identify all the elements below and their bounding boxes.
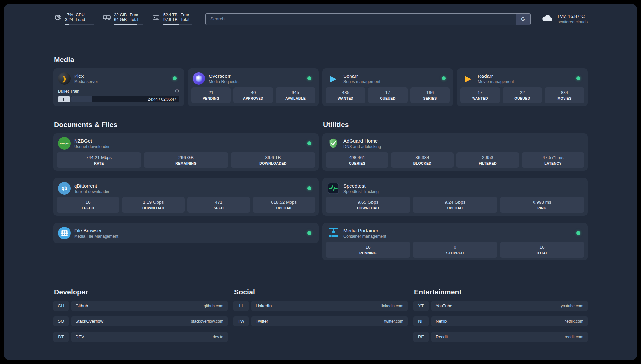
stat-upload: 9.24 Gbps UPLOAD bbox=[413, 197, 497, 213]
media-section-title: Media bbox=[54, 56, 588, 64]
bookmark-youtube[interactable]: YT YouTube youtube.com bbox=[413, 301, 588, 311]
service-name: Media Portainer bbox=[343, 228, 386, 234]
sonarr-icon: ▶ bbox=[327, 72, 340, 85]
service-name: qBittorrent bbox=[74, 183, 109, 189]
service-card-radarr[interactable]: ▶ Radarr Movie management 17 WANTED 22 Q… bbox=[457, 68, 588, 106]
service-name: Plex bbox=[74, 73, 98, 79]
stat-filtered: 2,953 FILTERED bbox=[456, 152, 519, 168]
seek-bar[interactable]: 24:44 / 02:06:47 bbox=[71, 96, 179, 102]
service-description: Container management bbox=[343, 234, 386, 239]
stat-download: 1.19 Gbps DOWNLOAD bbox=[122, 197, 185, 213]
qbittorrent-icon: qb bbox=[58, 182, 71, 195]
status-dot bbox=[307, 141, 311, 145]
stat-series: 196 SERIES bbox=[410, 87, 450, 103]
cpu-widget: 7% 3.24 CPU Load bbox=[53, 13, 94, 25]
stat-queued: 22 QUEUED bbox=[503, 87, 542, 103]
bookmark-linkedin[interactable]: LI LinkedIn linkedin.com bbox=[233, 301, 408, 311]
bookmark-name: Netflix bbox=[436, 319, 447, 324]
memory-total-label: Total bbox=[130, 17, 138, 22]
stat-approved: 40 APPROVED bbox=[233, 87, 273, 103]
bookmark-url: twitter.com bbox=[384, 319, 403, 324]
search-input[interactable] bbox=[205, 13, 531, 25]
filebrowser-icon bbox=[58, 227, 71, 239]
bookmark-twitter[interactable]: TW Twitter twitter.com bbox=[233, 316, 408, 326]
bookmark-dev[interactable]: DT DEV dev.to bbox=[53, 332, 228, 342]
stat-latency: 47.571 ms LATENCY bbox=[522, 152, 584, 168]
cloud-icon bbox=[541, 14, 554, 24]
bookmark-name: StackOverflow bbox=[76, 319, 103, 324]
status-dot bbox=[576, 76, 580, 80]
disk-icon bbox=[152, 13, 160, 22]
disk-free-label: Free bbox=[181, 13, 189, 17]
status-dot bbox=[307, 231, 311, 235]
service-card-sonarr[interactable]: ▶ Sonarr Series management 485 WANTED 17… bbox=[322, 68, 453, 106]
section-documents: Documents & Files nzbget NZBGet Usenet d… bbox=[53, 121, 319, 268]
bookmark-abbr: RE bbox=[413, 332, 429, 342]
service-card-plex[interactable]: ❯ Plex Media server Bullet Train ⚙ bbox=[53, 68, 184, 106]
bookmark-netflix[interactable]: NF Netflix netflix.com bbox=[413, 316, 588, 326]
service-description: Media server bbox=[74, 79, 98, 84]
stat-queued: 17 QUEUED bbox=[368, 87, 408, 103]
service-description: Media File Management bbox=[74, 234, 118, 239]
plex-icon: ❯ bbox=[58, 72, 71, 85]
bookmark-github[interactable]: GH Github github.com bbox=[53, 301, 228, 311]
status-dot bbox=[576, 231, 580, 235]
stat-wanted: 17 WANTED bbox=[460, 87, 500, 103]
service-name: Overseerr bbox=[209, 73, 238, 79]
status-dot bbox=[307, 186, 311, 190]
disk-total-value: 97.9 TB bbox=[163, 17, 178, 22]
documents-section-title: Documents & Files bbox=[54, 121, 319, 129]
service-card-filebrowser[interactable]: File Browser Media File Management bbox=[53, 223, 319, 243]
service-description: Speedtest Tracking bbox=[343, 189, 379, 194]
search: G bbox=[205, 13, 531, 25]
service-card-overseerr[interactable]: Overseerr Media Requests 21 PENDING 40 A… bbox=[188, 68, 319, 106]
service-card-speedtest[interactable]: Speedtest Speedtest Tracking 9.65 Gbps D… bbox=[322, 178, 588, 216]
section-developer: Developer GH Github github.com SO StackO… bbox=[53, 288, 228, 347]
section-utilities: Utilities AdGuard Home DNS and adblockin… bbox=[322, 121, 588, 268]
cpu-progress-bar bbox=[65, 24, 94, 25]
bookmark-stackoverflow[interactable]: SO StackOverflow stackoverflow.com bbox=[53, 316, 228, 326]
stat-running: 16 RUNNING bbox=[326, 242, 410, 258]
adguard-icon bbox=[327, 137, 340, 150]
stat-downloaded: 39.6 TB DOWNLOADED bbox=[231, 152, 315, 168]
bookmark-url: github.com bbox=[204, 304, 223, 308]
bookmark-url: netflix.com bbox=[565, 319, 583, 324]
memory-widget: 22 GiB 64 GiB Free Total bbox=[103, 13, 143, 25]
bookmark-abbr: TW bbox=[233, 316, 249, 326]
service-card-adguard[interactable]: AdGuard Home DNS and adblocking 498,461 … bbox=[322, 133, 588, 171]
pause-button[interactable] bbox=[58, 96, 70, 102]
memory-icon bbox=[103, 13, 111, 22]
bookmark-abbr: YT bbox=[413, 301, 429, 311]
stat-remaining: 266 GB REMAINING bbox=[144, 152, 228, 168]
cpu-usage-value: 7% bbox=[65, 13, 73, 17]
search-provider-button[interactable]: G bbox=[516, 14, 530, 25]
weather-condition: scattered clouds bbox=[558, 19, 588, 25]
playback-time: 24:44 / 02:06:47 bbox=[148, 97, 176, 102]
service-name: File Browser bbox=[74, 228, 118, 234]
stat-total: 16 TOTAL bbox=[500, 242, 584, 258]
portainer-icon bbox=[327, 227, 340, 239]
stat-leech: 16 LEECH bbox=[57, 197, 119, 213]
stat-movies: 834 MOVIES bbox=[545, 87, 584, 103]
weather-widget: Lviv, 16.87°C scattered clouds bbox=[541, 14, 588, 25]
bookmark-name: Twitter bbox=[256, 319, 268, 324]
service-description: Usenet downloader bbox=[74, 144, 110, 149]
overseerr-icon bbox=[193, 72, 205, 85]
status-dot bbox=[173, 76, 177, 80]
service-description: DNS and adblocking bbox=[343, 144, 381, 149]
service-card-portainer[interactable]: Media Portainer Container management 16 … bbox=[322, 223, 588, 260]
bookmark-url: dev.to bbox=[213, 335, 223, 339]
service-description: Torrent downloader bbox=[74, 189, 109, 194]
memory-free-label: Free bbox=[130, 13, 138, 17]
stat-stopped: 0 STOPPED bbox=[413, 242, 497, 258]
cpu-label: CPU bbox=[76, 13, 85, 17]
service-description: Movie management bbox=[478, 79, 514, 84]
service-card-nzbget[interactable]: nzbget NZBGet Usenet downloader 744.21 M… bbox=[53, 133, 319, 171]
service-card-qbittorrent[interactable]: qb qBittorrent Torrent downloader 16 LEE… bbox=[53, 178, 319, 216]
service-name: AdGuard Home bbox=[343, 138, 381, 144]
bookmark-abbr: GH bbox=[53, 301, 69, 311]
disk-widget: 52.4 TB 97.9 TB Free Total bbox=[152, 13, 192, 25]
bookmark-reddit[interactable]: RE Reddit reddit.com bbox=[413, 332, 588, 342]
gear-icon[interactable]: ⚙ bbox=[175, 88, 179, 94]
topbar-divider bbox=[53, 33, 588, 33]
